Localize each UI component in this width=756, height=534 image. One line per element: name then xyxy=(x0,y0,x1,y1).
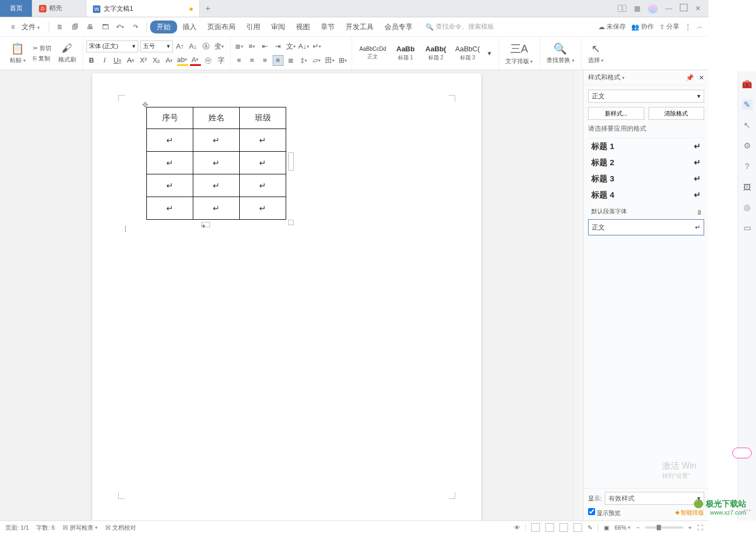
superscript-icon[interactable]: X² xyxy=(138,55,149,66)
command-search[interactable]: 🔍 查找命令、搜索模板 xyxy=(426,22,494,31)
align-center-icon[interactable]: ≡ xyxy=(247,55,258,66)
menu-devtools[interactable]: 开发工具 xyxy=(340,20,379,34)
print-icon[interactable]: 🖶 xyxy=(84,21,96,33)
align-distribute-icon[interactable]: ≣ xyxy=(286,55,296,66)
floating-assistant-badge[interactable] xyxy=(732,448,752,458)
format-painter-button[interactable]: 🖌格式刷 xyxy=(55,40,79,66)
align-right-icon[interactable]: ≡ xyxy=(260,55,271,66)
text-effects-icon[interactable]: A xyxy=(164,55,175,66)
style-body[interactable]: AaBbCcDd正文 xyxy=(355,45,390,62)
sort-icon[interactable]: A↓ xyxy=(299,41,309,52)
undo-icon[interactable]: ↶ xyxy=(114,21,126,33)
menu-layout[interactable]: 页面布局 xyxy=(202,20,241,34)
font-size-combo[interactable]: 五号▾ xyxy=(140,40,173,52)
style-h3[interactable]: AaBbC(标题 3 xyxy=(451,44,484,63)
table-add-row-handle[interactable]: + xyxy=(201,222,210,227)
table-header-row[interactable]: 序号 姓名 班级 xyxy=(147,107,286,129)
bold-icon[interactable]: B xyxy=(86,55,97,66)
new-tab-button[interactable]: + xyxy=(200,0,216,17)
zoom-value[interactable]: 66% xyxy=(615,524,631,531)
collapse-ribbon-icon[interactable]: ︿ xyxy=(697,22,703,31)
strip-settings-icon[interactable]: ⚙ xyxy=(742,140,753,151)
status-page[interactable]: 页面: 1/1 xyxy=(5,524,29,532)
clear-format-button[interactable]: 清除格式 xyxy=(649,107,705,120)
more-menu-icon[interactable]: ⋮ xyxy=(685,23,691,31)
new-style-button[interactable]: 新样式... xyxy=(588,107,644,120)
zoom-in-button[interactable]: + xyxy=(688,524,692,531)
pages-indicator[interactable]: 1 xyxy=(618,5,626,12)
change-case-icon[interactable]: 变 xyxy=(214,41,225,52)
zoom-out-button[interactable]: − xyxy=(636,524,639,531)
tab-stops-icon[interactable]: ⊞ xyxy=(338,55,348,66)
status-words[interactable]: 字数: 6 xyxy=(36,524,55,532)
table-add-col-handle[interactable] xyxy=(288,152,294,171)
italic-icon[interactable]: I xyxy=(99,55,110,66)
tab-document[interactable]: W 文字文稿1 xyxy=(86,0,200,17)
shading-icon[interactable]: ▱ xyxy=(312,55,322,66)
menu-view[interactable]: 视图 xyxy=(291,20,315,34)
menu-review[interactable]: 审阅 xyxy=(266,20,291,34)
table-row[interactable]: ↵↵↵ xyxy=(147,197,286,220)
minimize-button[interactable]: — xyxy=(665,4,672,12)
numbering-icon[interactable]: ≡ xyxy=(247,41,258,52)
panel-title[interactable]: 样式和格式 xyxy=(588,73,625,82)
strip-select-icon[interactable]: ↖ xyxy=(742,120,753,131)
style-h2[interactable]: AaBb(标题 2 xyxy=(421,44,451,63)
coop-button[interactable]: 👥 协作 xyxy=(631,22,654,31)
table-resize-handle[interactable] xyxy=(288,220,294,225)
table-row[interactable]: ↵↵↵ xyxy=(147,174,286,197)
redo-icon[interactable]: ↷ xyxy=(130,21,141,33)
text-direction-icon[interactable]: 文 xyxy=(286,41,296,52)
align-left-icon[interactable]: ≡ xyxy=(234,55,245,66)
menu-section[interactable]: 章节 xyxy=(315,20,340,34)
user-avatar-icon[interactable] xyxy=(648,4,658,13)
preview-checkbox[interactable]: 显示预览 xyxy=(588,508,620,517)
eye-mode-icon[interactable]: 👁 xyxy=(514,524,520,531)
vertical-scrollbar[interactable] xyxy=(573,70,583,521)
tab-home[interactable]: 首页 xyxy=(0,0,32,17)
save-as-icon[interactable]: 🗐 xyxy=(69,21,81,33)
menu-insert[interactable]: 插入 xyxy=(177,20,202,34)
close-button[interactable]: ✕ xyxy=(695,4,701,12)
zoom-fit-icon[interactable]: ▣ xyxy=(604,524,609,531)
style-item-default-font[interactable]: 默认段落字体a xyxy=(588,203,704,219)
view-web-icon[interactable] xyxy=(573,523,582,532)
style-h1[interactable]: AaBb标题 1 xyxy=(390,44,421,63)
fullscreen-icon[interactable]: ⛶ xyxy=(697,524,703,531)
strip-template-icon[interactable]: ▭ xyxy=(742,222,753,233)
table-row[interactable]: ↵↵↵ xyxy=(147,152,286,174)
style-item-h2[interactable]: 标题 2↵ xyxy=(588,154,704,171)
view-marker-icon[interactable]: ✎ xyxy=(588,524,592,531)
tab-docer[interactable]: D 稻壳 xyxy=(32,0,86,17)
file-menu[interactable]: 文件 xyxy=(21,20,45,34)
strip-styles-icon[interactable]: ✎ xyxy=(742,99,753,110)
bullets-icon[interactable]: ≣ xyxy=(234,41,245,52)
close-panel-icon[interactable]: ✕ xyxy=(699,74,704,82)
line-spacing-icon[interactable]: ‡ xyxy=(299,55,309,66)
pin-icon[interactable]: 📌 xyxy=(686,74,694,82)
strip-help-icon[interactable]: ？ xyxy=(742,161,753,172)
document-page[interactable]: ✥ 序号 姓名 班级 ↵↵↵ ↵↵↵ ↵↵↵ ↵↵↵ + | xyxy=(92,73,481,521)
table-header-cell[interactable]: 序号 xyxy=(147,107,193,129)
zoom-slider[interactable] xyxy=(645,526,683,529)
style-item-body[interactable]: 正文↵ xyxy=(588,219,704,235)
select-button[interactable]: ↖选择 xyxy=(585,40,608,66)
strikethrough-icon[interactable]: A̶ xyxy=(125,55,136,66)
menu-member[interactable]: 会员专享 xyxy=(379,20,418,34)
hamburger-icon[interactable]: ≡ xyxy=(7,21,19,33)
view-outline-icon[interactable] xyxy=(545,523,554,532)
show-filter-combo[interactable]: 有效样式▾ xyxy=(605,492,704,505)
content-table[interactable]: 序号 姓名 班级 ↵↵↵ ↵↵↵ ↵↵↵ ↵↵↵ xyxy=(146,107,286,220)
strip-target-icon[interactable]: ◎ xyxy=(742,202,753,213)
table-header-cell[interactable]: 班级 xyxy=(240,107,286,129)
increase-indent-icon[interactable]: ⇥ xyxy=(273,41,284,52)
style-item-h1[interactable]: 标题 1↵ xyxy=(588,138,704,154)
view-page-icon[interactable] xyxy=(531,523,540,532)
cut-button[interactable]: ✂ 剪切 xyxy=(31,44,53,53)
table-header-cell[interactable]: 姓名 xyxy=(193,107,240,129)
decrease-indent-icon[interactable]: ⇤ xyxy=(260,41,271,52)
unsaved-indicator[interactable]: ☁ 未保存 xyxy=(598,22,626,31)
text-layout-button[interactable]: 三A文字排版 xyxy=(502,39,537,67)
subscript-icon[interactable]: X₂ xyxy=(151,55,162,66)
strip-toolbox-icon[interactable]: 🧰 xyxy=(742,79,753,90)
